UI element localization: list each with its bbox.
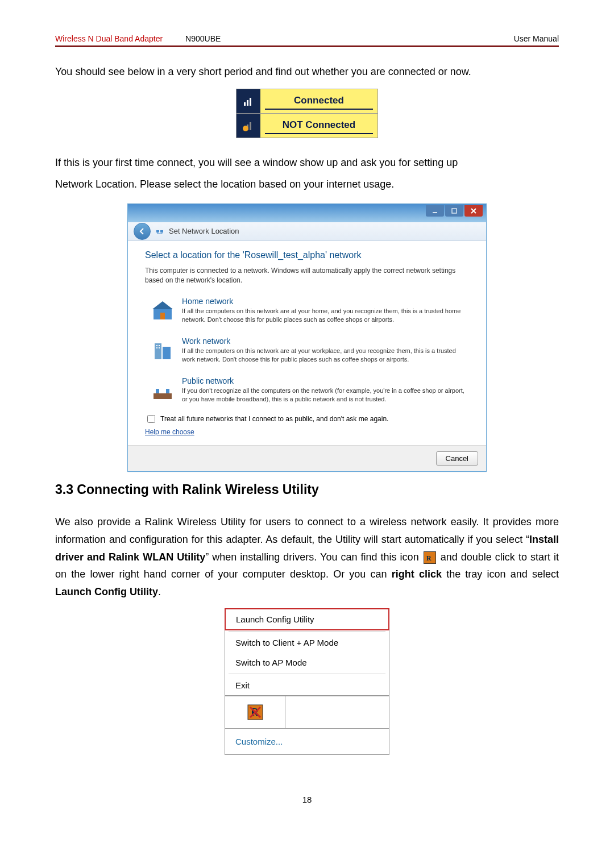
svg-rect-20: [154, 393, 172, 399]
svg-rect-18: [156, 347, 157, 348]
svg-point-6: [243, 126, 248, 131]
menu-separator: [229, 631, 385, 632]
menu-separator: [229, 674, 385, 674]
svg-rect-8: [452, 209, 457, 213]
svg-rect-0: [244, 102, 246, 106]
dialog-heading: Select a location for the 'Rosewill_test…: [145, 250, 469, 260]
page-number: 18: [55, 795, 559, 804]
svg-text:R: R: [426, 554, 432, 562]
signal-bars-icon: [237, 89, 260, 113]
network-location-icon: [155, 227, 164, 236]
status-not-connected-row: NOT Connected: [237, 113, 377, 138]
section-heading: 3.3 Connecting with Ralink Wireless Util…: [55, 482, 559, 497]
svg-rect-7: [433, 212, 437, 213]
ralink-tray-icon: R: [424, 551, 436, 564]
tray-icon-area: R: [225, 696, 389, 729]
dialog-titlebar: [128, 204, 486, 222]
intro-text-2a: If this is your first time connect, you …: [55, 154, 559, 172]
page-header: Wireless N Dual Band Adapter N900UBE Use…: [55, 34, 559, 47]
back-button[interactable]: [134, 223, 151, 240]
status-connected-label: Connected: [265, 93, 373, 110]
svg-rect-10: [160, 230, 163, 232]
section-paragraph: We also provide a Ralink Wireless Utilit…: [55, 513, 559, 600]
treat-as-public-checkbox-row[interactable]: Treat all future networks that I connect…: [145, 413, 469, 425]
home-network-title: Home network: [182, 297, 465, 306]
window-minimize-button[interactable]: [426, 205, 444, 217]
ralink-tray-large-icon[interactable]: R: [225, 696, 285, 728]
menu-switch-ap[interactable]: Switch to AP Mode: [225, 653, 389, 672]
status-not-connected-label: NOT Connected: [265, 117, 373, 134]
svg-rect-2: [250, 98, 251, 106]
header-model: N900UBE: [185, 34, 221, 43]
network-option-public[interactable]: Public network If you don't recognize al…: [145, 372, 469, 409]
public-network-desc: If you don't recognize all the computers…: [182, 387, 465, 404]
svg-rect-19: [159, 347, 160, 348]
treat-as-public-label: Treat all future networks that I connect…: [160, 415, 388, 423]
svg-rect-14: [155, 343, 161, 359]
window-maximize-button[interactable]: [445, 205, 463, 217]
svg-rect-1: [247, 100, 248, 106]
status-connected-row: Connected: [237, 89, 377, 113]
dialog-subtext: This computer is connected to a network.…: [145, 266, 469, 285]
dialog-title: Set Network Location: [169, 227, 239, 235]
intro-text-2b: Network Location. Please select the loca…: [55, 176, 559, 193]
connection-status-graphic: Connected NOT Connected: [236, 89, 378, 138]
svg-rect-16: [156, 345, 157, 346]
menu-exit[interactable]: Exit: [225, 675, 389, 695]
dialog-breadcrumb-bar: Set Network Location: [128, 222, 486, 241]
network-option-home[interactable]: Home network If all the computers on thi…: [145, 293, 469, 329]
window-close-button[interactable]: [464, 205, 483, 217]
menu-launch-config-utility[interactable]: Launch Config Utility: [225, 608, 389, 630]
work-network-desc: If all the computers on this network are…: [182, 347, 465, 364]
svg-rect-13: [160, 313, 165, 319]
home-network-desc: If all the computers on this network are…: [182, 307, 465, 324]
help-me-choose-link[interactable]: Help me choose: [145, 428, 194, 436]
svg-rect-21: [156, 389, 159, 393]
tray-context-menu: Launch Config Utility Switch to Client +…: [225, 608, 389, 755]
treat-as-public-checkbox[interactable]: [147, 415, 155, 423]
set-network-location-dialog: Set Network Location Select a location f…: [127, 203, 487, 472]
svg-rect-9: [156, 230, 159, 232]
svg-rect-22: [166, 389, 169, 393]
home-network-icon: [149, 297, 176, 324]
svg-marker-12: [152, 301, 173, 309]
menu-switch-client-ap[interactable]: Switch to Client + AP Mode: [225, 633, 389, 653]
svg-rect-5: [250, 122, 251, 130]
header-product: Wireless N Dual Band Adapter: [55, 34, 163, 43]
header-doctype: User Manual: [514, 34, 559, 43]
network-option-work[interactable]: Work network If all the computers on thi…: [145, 333, 469, 369]
public-network-title: Public network: [182, 376, 465, 385]
menu-customize[interactable]: Customize...: [225, 729, 389, 755]
work-network-icon: [149, 337, 176, 364]
svg-rect-17: [159, 345, 160, 346]
public-network-icon: [149, 376, 176, 404]
svg-rect-15: [163, 347, 171, 359]
cancel-button[interactable]: Cancel: [436, 451, 478, 466]
signal-warning-icon: [237, 114, 260, 138]
intro-text-1: You should see below in a very short per…: [55, 63, 559, 81]
work-network-title: Work network: [182, 337, 465, 346]
